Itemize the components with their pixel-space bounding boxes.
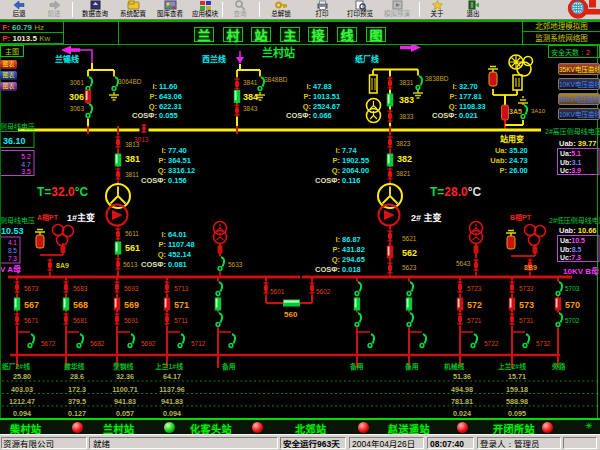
svg-text:24.73: 24.73 (509, 156, 528, 165)
svg-text:10KV B母: 10KV B母 (563, 267, 599, 276)
svg-text:P:: P: (159, 240, 167, 249)
svg-text:35.20: 35.20 (509, 146, 528, 155)
svg-text:8B9: 8B9 (524, 264, 537, 271)
svg-text:0.095: 0.095 (508, 409, 526, 418)
svg-text:I:: I: (452, 82, 457, 91)
svg-text:3811: 3811 (125, 171, 139, 178)
svg-text:0.066: 0.066 (313, 111, 332, 120)
svg-text:5611: 5611 (125, 230, 139, 237)
svg-text:3061: 3061 (70, 79, 85, 86)
svg-text:上兰2#线: 上兰2#线 (498, 362, 526, 371)
svg-text:4.1: 4.1 (8, 239, 17, 246)
svg-text:8.5: 8.5 (8, 247, 17, 254)
svg-text:3838BD: 3838BD (425, 75, 449, 82)
svg-text:Uc:3.9: Uc:3.9 (560, 167, 581, 174)
svg-text:5671: 5671 (24, 317, 39, 324)
svg-text:941.83: 941.83 (161, 397, 183, 406)
svg-text:781.81: 781.81 (451, 397, 473, 406)
svg-text:5723: 5723 (467, 285, 482, 292)
svg-text:2#高压侧母线电压: 2#高压侧母线电压 (545, 127, 600, 136)
svg-text:5713: 5713 (174, 285, 189, 292)
svg-text:1902.55: 1902.55 (342, 156, 369, 165)
svg-text:5692: 5692 (141, 340, 156, 347)
svg-text:364.51: 364.51 (168, 156, 191, 165)
svg-text:兰村站: 兰村站 (262, 46, 295, 59)
svg-text:兰锡线: 兰锡线 (55, 54, 79, 64)
svg-text:3A5: 3A5 (509, 108, 522, 115)
svg-text:COSΦ:: COSΦ: (141, 176, 166, 185)
svg-text:573: 573 (519, 300, 534, 310)
svg-text:3841: 3841 (243, 79, 258, 86)
svg-text:Q:: Q: (158, 166, 166, 175)
svg-text:77.40: 77.40 (168, 146, 187, 155)
svg-text:I:: I: (306, 82, 311, 91)
svg-text:0.094: 0.094 (13, 409, 31, 418)
svg-text:32.70: 32.70 (459, 82, 478, 91)
svg-text:0.127: 0.127 (68, 409, 86, 418)
svg-text:0.156: 0.156 (168, 176, 187, 185)
svg-text:26.00: 26.00 (509, 166, 528, 175)
svg-text:COSΦ:: COSΦ: (141, 260, 166, 269)
svg-text:0.081: 0.081 (168, 260, 187, 269)
svg-text:I:: I: (335, 235, 340, 244)
svg-text:172.3: 172.3 (68, 385, 86, 394)
svg-text:B相PT: B相PT (510, 213, 532, 222)
svg-text:P:: P: (500, 166, 508, 175)
svg-text:2# 主变: 2# 主变 (411, 212, 442, 223)
svg-text:1#主变: 1#主变 (67, 212, 95, 223)
svg-text:571: 571 (174, 300, 189, 310)
svg-text:5633: 5633 (228, 261, 243, 268)
svg-text:1013.51: 1013.51 (313, 92, 340, 101)
svg-text:5681: 5681 (73, 317, 88, 324)
svg-text:0.018: 0.018 (342, 265, 361, 274)
svg-text:I:: I: (335, 146, 340, 155)
svg-text:383: 383 (399, 95, 414, 105)
svg-text:3316.12: 3316.12 (168, 166, 195, 175)
svg-text:COSΦ:: COSΦ: (132, 111, 157, 120)
svg-text:A相PT: A相PT (37, 213, 59, 222)
svg-text:569: 569 (124, 300, 139, 310)
svg-text:306: 306 (69, 92, 84, 102)
svg-text:3843: 3843 (243, 105, 258, 112)
svg-text:Q:: Q: (149, 102, 157, 111)
svg-text:P:: P: (150, 92, 158, 101)
svg-text:5643: 5643 (456, 260, 471, 267)
svg-text:941.83: 941.83 (114, 397, 136, 406)
svg-text:3813: 3813 (125, 141, 140, 148)
svg-text:15.71: 15.71 (508, 372, 526, 381)
svg-text:431.82: 431.82 (342, 245, 365, 254)
svg-text:643.06: 643.06 (159, 92, 182, 101)
svg-text:5691: 5691 (124, 317, 139, 324)
svg-text:2524.67: 2524.67 (313, 102, 340, 111)
svg-text:纸厂2#线: 纸厂2#线 (2, 362, 30, 371)
svg-text:10.53: 10.53 (1, 226, 24, 236)
svg-text:5702: 5702 (565, 317, 580, 324)
svg-text:Uab: 10.66: Uab: 10.66 (559, 226, 597, 235)
svg-text:382: 382 (397, 154, 412, 164)
svg-text:11.60: 11.60 (159, 82, 177, 91)
svg-text:侧母线电压: 侧母线电压 (0, 122, 35, 131)
svg-text:3064BD: 3064BD (118, 78, 142, 85)
svg-text:Ub:8.5: Ub:8.5 (560, 246, 582, 253)
svg-text:25.80: 25.80 (13, 372, 31, 381)
svg-text:51.36: 51.36 (453, 372, 471, 381)
svg-text:0.116: 0.116 (342, 176, 360, 185)
svg-text:572: 572 (467, 300, 482, 310)
svg-text:5722: 5722 (484, 340, 499, 347)
svg-text:P:: P: (159, 156, 167, 165)
svg-text:5.2: 5.2 (21, 153, 31, 160)
svg-text:上兰1#线: 上兰1#线 (155, 362, 183, 371)
svg-text:3848BD: 3848BD (264, 76, 288, 83)
svg-text:570: 570 (565, 300, 580, 310)
svg-text:8A9: 8A9 (56, 262, 69, 269)
svg-text:机械线: 机械线 (444, 362, 465, 371)
svg-text:1212.47: 1212.47 (9, 397, 35, 406)
svg-text:5711: 5711 (174, 317, 188, 324)
svg-text:4.7: 4.7 (21, 161, 31, 168)
svg-text:64.17: 64.17 (163, 372, 181, 381)
svg-text:T=28.0°C: T=28.0°C (430, 185, 482, 199)
svg-text:1100.71: 1100.71 (112, 385, 138, 394)
svg-text:Q:: Q: (158, 250, 166, 259)
svg-text:561: 561 (125, 243, 140, 253)
svg-text:Q:: Q: (332, 166, 340, 175)
